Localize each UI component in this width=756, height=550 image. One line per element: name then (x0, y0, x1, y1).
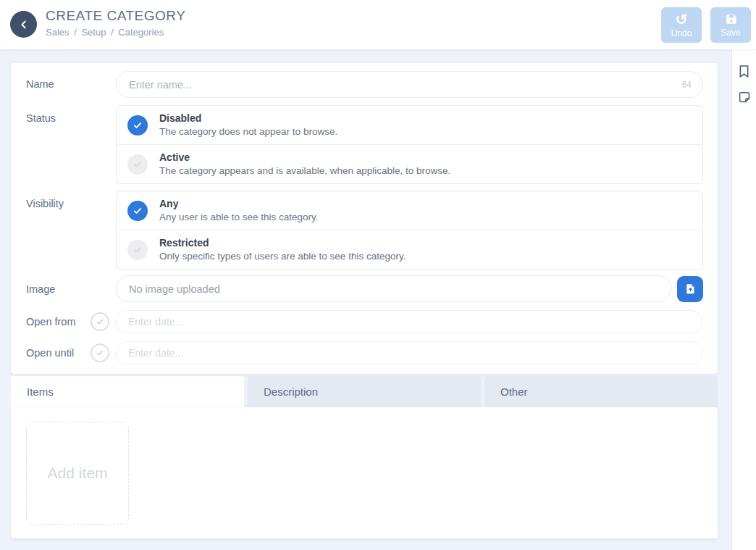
checkmark-icon (127, 154, 148, 175)
tab-items[interactable]: Items (11, 376, 244, 407)
visibility-label: Visibility (26, 191, 116, 209)
open-until-label: Open until (26, 347, 91, 359)
open-until-field-wrap (115, 341, 703, 364)
status-option-active[interactable]: Active The category appears and is avail… (117, 144, 702, 183)
visibility-option-restricted[interactable]: Restricted Only specific types of users … (117, 230, 702, 269)
option-description: Only specific types of users are able to… (159, 250, 406, 262)
name-label: Name (26, 71, 116, 90)
undo-icon: ↺ (675, 12, 688, 27)
bookmark-icon[interactable] (738, 64, 750, 78)
option-description: The category does not appear to browse. (159, 125, 337, 138)
save-icon (724, 12, 738, 26)
open-from-label: Open from (26, 316, 91, 328)
save-button-label: Save (721, 28, 740, 38)
name-input[interactable] (129, 79, 673, 91)
breadcrumb-item-sales[interactable]: Sales (46, 27, 70, 38)
name-field-wrap: 64 (116, 71, 703, 98)
checkmark-icon (127, 115, 148, 136)
breadcrumb: Sales / Setup / Categories (46, 27, 185, 38)
visibility-option-any[interactable]: Any Any user is able to see this categor… (117, 191, 702, 230)
add-item-button[interactable]: Add item (26, 422, 129, 525)
upload-image-button[interactable] (677, 276, 703, 302)
visibility-option-group: Any Any user is able to see this categor… (116, 191, 703, 270)
status-label: Status (26, 105, 116, 124)
undo-button[interactable]: ↺ Undo (661, 7, 702, 43)
breadcrumb-item-setup[interactable]: Setup (81, 27, 106, 38)
option-title: Active (159, 151, 450, 164)
upload-file-icon (684, 283, 697, 295)
checkmark-icon (127, 240, 148, 260)
status-option-disabled[interactable]: Disabled The category does not appear to… (117, 106, 702, 144)
open-from-input[interactable] (128, 316, 690, 328)
breadcrumb-separator: / (74, 27, 77, 38)
tab-other[interactable]: Other (484, 376, 718, 407)
option-title: Any (159, 198, 319, 210)
option-title: Disabled (159, 112, 337, 125)
note-icon[interactable] (738, 91, 751, 104)
disabled-checkmark-icon[interactable] (91, 312, 109, 331)
page-title: CREATE CATEGORY (46, 8, 185, 24)
header: CREATE CATEGORY Sales / Setup / Categori… (0, 0, 756, 49)
save-button[interactable]: Save (710, 7, 751, 43)
checkmark-icon (127, 201, 148, 221)
side-toolbar (731, 49, 756, 550)
image-label: Image (26, 283, 116, 295)
name-char-counter: 64 (682, 80, 692, 90)
category-form-card: Name 64 Status Disabled The category doe… (11, 63, 718, 374)
chevron-left-icon (18, 19, 30, 30)
open-from-field-wrap (115, 310, 703, 333)
disabled-checkmark-icon[interactable] (91, 343, 109, 362)
back-button[interactable] (10, 11, 37, 38)
image-value-display[interactable]: No image uploaded (116, 275, 671, 302)
items-tab-panel: Add item (11, 407, 718, 538)
open-until-input[interactable] (128, 347, 690, 359)
option-description: Any user is able to see this category. (159, 211, 319, 223)
breadcrumb-separator: / (111, 27, 114, 38)
breadcrumb-item-categories[interactable]: Categories (118, 27, 164, 38)
status-option-group: Disabled The category does not appear to… (116, 105, 703, 184)
option-title: Restricted (159, 237, 406, 249)
tab-bar: Items Description Other (11, 376, 718, 407)
undo-button-label: Undo (671, 28, 692, 38)
tab-description[interactable]: Description (248, 376, 481, 407)
option-description: The category appears and is available, w… (159, 164, 450, 177)
